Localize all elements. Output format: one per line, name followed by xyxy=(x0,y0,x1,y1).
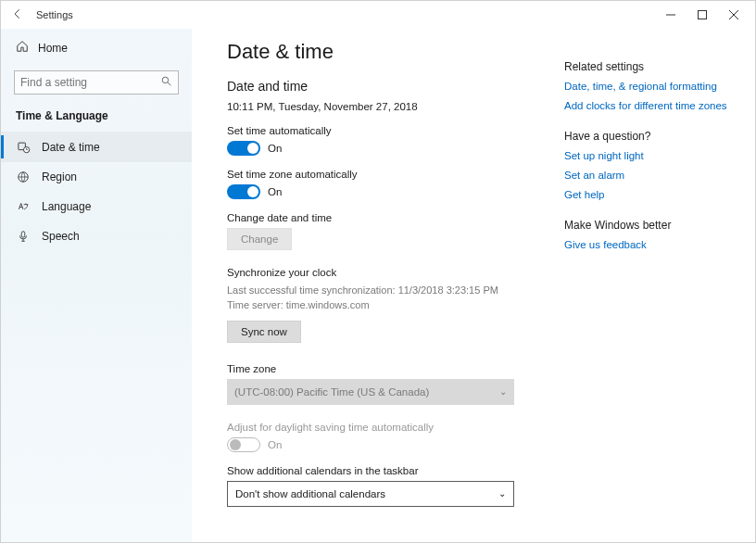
sync-last-text: Last successful time synchronization: 11… xyxy=(227,284,533,298)
link-give-feedback[interactable]: Give us feedback xyxy=(564,239,738,250)
sidebar-item-label: Date & time xyxy=(42,141,100,154)
section-heading: Date and time xyxy=(227,79,533,94)
content-pane: Date & time Date and time 10:11 PM, Tues… xyxy=(192,40,555,542)
right-rail: Related settings Date, time, & regional … xyxy=(555,40,755,542)
date-time-icon xyxy=(16,140,31,154)
maximize-button[interactable] xyxy=(687,2,718,28)
current-datetime: 10:11 PM, Tuesday, November 27, 2018 xyxy=(227,101,533,112)
chevron-down-icon: ⌄ xyxy=(499,386,507,397)
sidebar-item-label: Language xyxy=(42,200,91,213)
sidebar-item-label: Region xyxy=(42,170,77,183)
sidebar-category: Time & Language xyxy=(1,106,192,132)
search-box[interactable] xyxy=(14,70,179,95)
link-night-light[interactable]: Set up night light xyxy=(564,150,738,161)
set-time-auto-toggle[interactable] xyxy=(227,141,260,156)
timezone-select: (UTC-08:00) Pacific Time (US & Canada) ⌄ xyxy=(227,379,514,405)
titlebar: Settings xyxy=(1,1,755,29)
page-title: Date & time xyxy=(227,40,533,64)
sidebar: Home Time & Language Date & time Region xyxy=(1,29,192,542)
additional-calendars-value: Don't show additional calendars xyxy=(235,488,385,499)
sidebar-item-date-time[interactable]: Date & time xyxy=(1,132,192,162)
change-button: Change xyxy=(227,228,292,250)
sidebar-item-language[interactable]: Language xyxy=(1,192,192,221)
link-add-clocks[interactable]: Add clocks for different time zones xyxy=(564,100,738,111)
have-a-question-heading: Have a question? xyxy=(564,130,738,143)
svg-point-4 xyxy=(162,77,169,83)
close-button[interactable] xyxy=(718,2,750,28)
search-icon xyxy=(160,75,172,90)
toggle-state: On xyxy=(268,186,282,197)
chevron-down-icon: ⌄ xyxy=(498,488,506,499)
change-datetime-label: Change date and time xyxy=(227,212,533,223)
make-windows-better-heading: Make Windows better xyxy=(564,219,738,232)
sidebar-item-speech[interactable]: Speech xyxy=(1,221,192,251)
svg-rect-9 xyxy=(21,232,25,237)
link-regional-formatting[interactable]: Date, time, & regional formatting xyxy=(564,81,738,92)
settings-window: Settings Home Time xyxy=(0,0,756,543)
sync-heading: Synchronize your clock xyxy=(227,267,533,278)
sidebar-home[interactable]: Home xyxy=(1,32,192,63)
additional-calendars-label: Show additional calendars in the taskbar xyxy=(227,465,533,476)
svg-rect-1 xyxy=(699,11,707,19)
timezone-value: (UTC-08:00) Pacific Time (US & Canada) xyxy=(234,386,429,398)
sidebar-item-region[interactable]: Region xyxy=(1,162,192,192)
timezone-label: Time zone xyxy=(227,363,533,374)
set-tz-auto-label: Set time zone automatically xyxy=(227,169,533,180)
additional-calendars-select[interactable]: Don't show additional calendars ⌄ xyxy=(227,481,514,507)
sidebar-home-label: Home xyxy=(38,42,68,55)
language-icon xyxy=(16,200,31,213)
minimize-button[interactable] xyxy=(655,2,687,28)
dst-label: Adjust for daylight saving time automati… xyxy=(227,422,533,433)
sync-now-button[interactable]: Sync now xyxy=(227,321,301,343)
back-button[interactable] xyxy=(6,7,29,23)
toggle-state: On xyxy=(268,143,282,154)
set-tz-auto-toggle[interactable] xyxy=(227,184,260,199)
window-title: Settings xyxy=(36,9,73,20)
link-set-alarm[interactable]: Set an alarm xyxy=(564,170,738,181)
sync-server-text: Time server: time.windows.com xyxy=(227,298,533,313)
link-get-help[interactable]: Get help xyxy=(564,189,738,200)
svg-line-5 xyxy=(168,82,170,85)
set-time-auto-label: Set time automatically xyxy=(227,125,533,136)
toggle-state: On xyxy=(268,439,282,450)
search-input[interactable] xyxy=(20,76,160,89)
dst-toggle xyxy=(227,437,260,452)
globe-icon xyxy=(16,170,31,183)
sidebar-item-label: Speech xyxy=(42,230,80,243)
related-settings-heading: Related settings xyxy=(564,60,738,73)
microphone-icon xyxy=(16,230,31,243)
home-icon xyxy=(16,40,29,56)
